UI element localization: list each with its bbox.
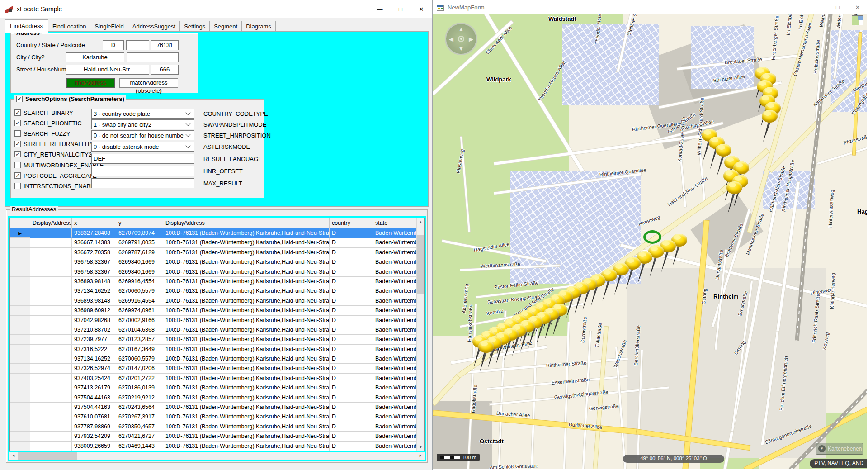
titlebar[interactable]: xLocate Sample — □ ✕ [0,0,432,18]
cell[interactable]: Baden-Württemb... [373,393,417,403]
cell[interactable]: 100:D-76131 (Baden-Württemberg) Karlsruh… [163,412,330,422]
row-header[interactable] [10,248,30,257]
cell[interactable]: Baden-Württemb... [373,364,417,373]
cell[interactable] [30,248,72,257]
grid-vertical-scrollbar[interactable]: ▲ ▼ [416,218,424,451]
checkbox[interactable] [14,183,21,189]
row-header[interactable] [10,277,30,286]
cell[interactable]: Baden-Württemb... [373,374,417,383]
cell[interactable]: D [330,403,373,412]
cell[interactable]: 100:D-76131 (Baden-Württemberg) Karlsruh… [163,335,330,344]
column-header-displayaddress[interactable]: DisplayAddress [163,218,330,228]
column-header-x[interactable]: x [72,218,116,228]
cell[interactable] [30,286,72,296]
cell[interactable]: D [330,325,373,335]
option-postcode_aggregate[interactable]: ✓POSTCODE_AGGREGATE [14,171,97,180]
cell[interactable]: Baden-Württemb... [373,403,417,412]
cell[interactable]: 100:D-76131 (Baden-Württemberg) Karlsruh… [163,238,330,247]
cell[interactable]: 100:D-76131 (Baden-Württemberg) Karlsruh… [163,306,330,315]
cell[interactable]: 6270469,1443 [116,442,163,451]
cell[interactable]: Baden-Württemb... [373,335,417,344]
cell[interactable]: D [330,296,373,306]
cell[interactable]: Baden-Württemb... [373,422,417,432]
cell[interactable]: 6269787,6129 [116,248,163,257]
cell[interactable]: D [330,316,373,325]
find-address-button[interactable]: findAddress [66,78,115,88]
cell[interactable]: D [330,277,373,286]
row-header[interactable] [10,267,30,277]
cell[interactable]: D [330,335,373,344]
cell[interactable] [30,383,72,393]
results-grid[interactable]: DisplayAddressxyDisplayAddresscountrysta… [9,218,425,451]
cell[interactable]: 100:D-76131 (Baden-Württemberg) Karlsruh… [163,257,330,267]
table-row[interactable]: 937413,261796270186,0139100:D-76131 (Bad… [10,383,424,393]
cell[interactable]: 6269840,1669 [116,267,163,277]
checkbox[interactable] [14,162,21,168]
cell[interactable] [30,325,72,335]
map-close-button[interactable]: ✕ [848,0,868,14]
cell[interactable]: 936893,98148 [72,296,116,306]
table-row[interactable]: 937403,254246270201,2722100:D-76131 (Bad… [10,374,424,383]
cell[interactable]: 6270350,4657 [116,422,163,432]
maximize-button[interactable]: □ [390,0,411,18]
map-canvas[interactable]: WaldstadtWildparkRintheimOststadtHagHaid… [433,14,867,469]
row-header[interactable] [10,364,30,373]
cell[interactable]: 938327,28408 [72,228,116,238]
close-button[interactable]: ✕ [411,0,432,18]
cell[interactable]: Baden-Württemb... [373,228,417,238]
checkbox[interactable] [14,130,21,137]
cell[interactable]: 100:D-76131 (Baden-Württemberg) Karlsruh… [163,286,330,296]
pan-up-icon[interactable]: ▲ [458,26,464,32]
cell[interactable]: 6270219,9212 [116,393,163,403]
cell[interactable]: D [330,345,373,354]
cell[interactable] [30,364,72,373]
cell[interactable] [30,316,72,325]
option-search_phonetic[interactable]: ✓SEARCH_PHONETIC [14,119,82,127]
postcode-field[interactable]: 76131 [151,40,179,50]
cell[interactable]: Baden-Württemb... [373,257,417,267]
table-row[interactable]: 936758,323676269840,1669100:D-76131 (Bad… [10,257,424,267]
column-header[interactable] [10,218,30,228]
street-field[interactable]: Haid-und-Neu-Str. [66,65,149,75]
cell[interactable]: 6270060,5579 [116,354,163,364]
table-row[interactable]: 936672,703586269787,6129100:D-76131 (Bad… [10,248,424,257]
cell[interactable]: D [330,354,373,364]
table-row[interactable]: 937504,441636270219,9212100:D-76131 (Bad… [10,393,424,403]
table-row[interactable]: 936667,143836269791,0035100:D-76131 (Bad… [10,238,424,247]
column-header-country[interactable]: country [330,218,373,228]
cell[interactable] [30,442,72,451]
cell[interactable]: Baden-Württemb... [373,286,417,296]
table-row[interactable]: 937787,988696270350,4657100:D-76131 (Bad… [10,422,424,432]
row-header[interactable] [10,345,30,354]
cell[interactable]: 6270267,3917 [116,412,163,422]
table-row[interactable]: 937210,887026270104,6368100:D-76131 (Bad… [10,325,424,335]
scroll-right-arrow[interactable]: ► [417,452,425,460]
table-row[interactable]: 938009,266596270469,1443100:D-76131 (Bad… [10,442,424,451]
cell[interactable]: 100:D-76131 (Baden-Württemberg) Karlsruh… [163,248,330,257]
cell[interactable]: Baden-Württemb... [373,442,417,451]
cell[interactable]: Baden-Württemb... [373,248,417,257]
cell[interactable]: D [330,364,373,373]
cell[interactable]: D [330,442,373,451]
cell[interactable]: 100:D-76131 (Baden-Württemberg) Karlsruh… [163,316,330,325]
cell[interactable]: Baden-Württemb... [373,432,417,441]
cell[interactable]: 937610,07681 [72,412,116,422]
result_language-field[interactable]: DEF [91,154,194,164]
column-header-state[interactable]: state [373,218,417,228]
pan-down-icon[interactable]: ▼ [458,46,464,52]
cell[interactable]: Baden-Württemb... [373,412,417,422]
checkbox[interactable]: ✓ [14,141,21,147]
scroll-up-arrow[interactable]: ▲ [417,218,425,226]
checkbox[interactable]: ✓ [14,109,21,116]
cell[interactable]: 100:D-76131 (Baden-Württemberg) Karlsruh… [163,354,330,364]
table-row[interactable]: 937504,441636270243,6564100:D-76131 (Bad… [10,403,424,412]
city2-field[interactable] [127,52,179,62]
cell[interactable] [30,257,72,267]
map-layers-button[interactable]: ▼ Kartenebenen [816,443,863,455]
row-header[interactable] [10,238,30,247]
row-header[interactable] [10,306,30,315]
cell[interactable]: D [330,383,373,393]
cell[interactable]: D [330,228,373,238]
cell[interactable]: D [330,238,373,247]
cell[interactable] [30,238,72,247]
